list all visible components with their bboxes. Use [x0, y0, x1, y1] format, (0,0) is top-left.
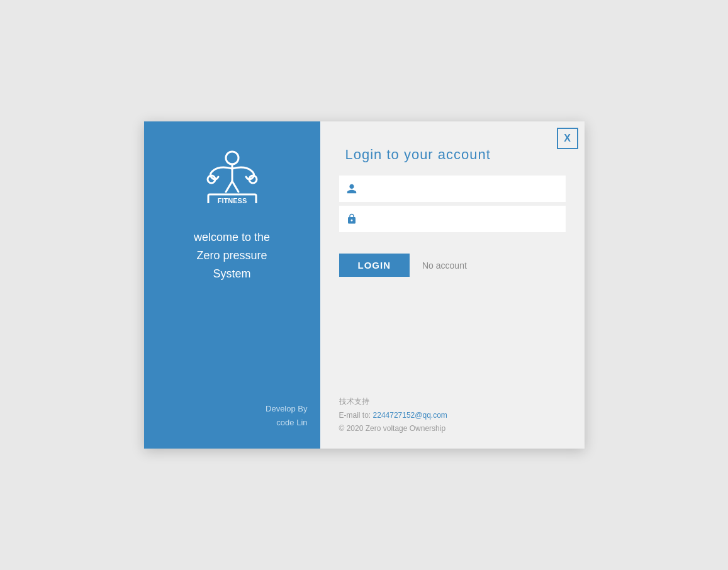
- close-button[interactable]: X: [557, 128, 578, 149]
- user-icon: [339, 183, 364, 194]
- svg-text:FITNESS: FITNESS: [217, 197, 246, 203]
- credentials-form: [320, 176, 585, 236]
- fitness-logo-icon: FITNESS: [194, 147, 270, 203]
- login-title: Login to your account: [320, 121, 585, 176]
- footer: 技术支持 E-mail to: 2244727152@qq.com © 2020…: [320, 386, 585, 449]
- username-row: [339, 176, 566, 202]
- email-row: E-mail to: 2244727152@qq.com: [339, 409, 566, 423]
- svg-point-0: [226, 152, 238, 164]
- action-row: LOGIN No account: [320, 241, 585, 289]
- email-link[interactable]: 2244727152@qq.com: [373, 411, 447, 420]
- tech-support-label: 技术支持: [339, 395, 566, 409]
- username-input[interactable]: [364, 176, 566, 202]
- email-label: E-mail to:: [339, 411, 371, 420]
- logo-area: FITNESS welcome to the Zero pressure Sys…: [194, 147, 270, 282]
- login-dialog: FITNESS welcome to the Zero pressure Sys…: [144, 121, 585, 449]
- svg-line-4: [226, 181, 232, 192]
- svg-line-5: [232, 181, 238, 192]
- lock-icon: [339, 213, 364, 225]
- welcome-text: welcome to the Zero pressure System: [194, 228, 270, 282]
- right-panel: X Login to your account: [320, 121, 585, 449]
- login-button[interactable]: LOGIN: [339, 254, 410, 277]
- copyright-text: © 2020 Zero voltage Ownership: [339, 422, 566, 436]
- dev-credit: Develop By code Lin: [266, 402, 307, 430]
- password-input[interactable]: [364, 206, 566, 232]
- left-panel: FITNESS welcome to the Zero pressure Sys…: [144, 121, 320, 449]
- no-account-link[interactable]: No account: [422, 260, 467, 271]
- password-row: [339, 206, 566, 232]
